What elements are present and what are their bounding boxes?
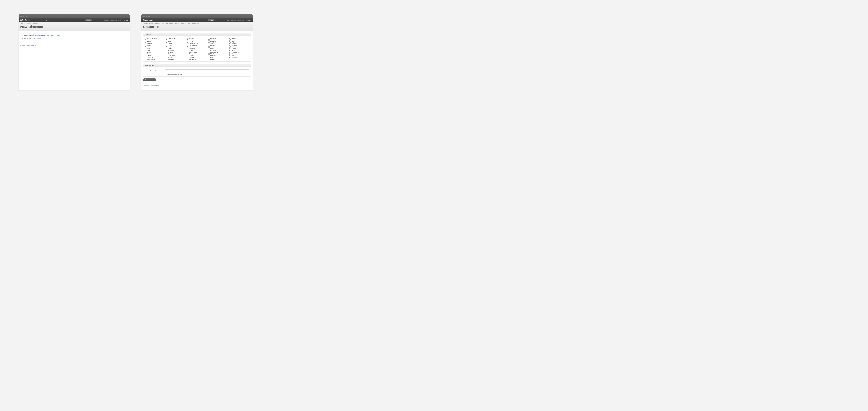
breadcrumb-item[interactable]: ADMIN [149, 23, 153, 24]
country-checkbox[interactable] [187, 59, 188, 60]
traffic-light-close[interactable] [20, 16, 22, 17]
country-checkbox[interactable] [166, 59, 167, 60]
breadcrumb-item[interactable]: OFFERS [32, 23, 37, 24]
country-checkbox[interactable] [145, 52, 146, 53]
country-checkbox[interactable] [187, 41, 188, 42]
nav-item-companies[interactable]: Companies [76, 19, 84, 21]
breadcrumb-item[interactable]: CODE FREE SHIPPING 4F855831 3429 45EB B3… [161, 23, 198, 24]
country-checkbox[interactable] [166, 50, 167, 51]
country-option[interactable]: Netherlands [187, 45, 207, 46]
country-checkbox[interactable] [187, 43, 188, 44]
country-option[interactable]: Colombia [187, 48, 207, 50]
country-option[interactable]: Bulgaria [187, 55, 207, 56]
country-checkbox[interactable] [187, 50, 188, 51]
country-option[interactable]: New Zealand [166, 39, 186, 41]
country-option[interactable]: United Kingdom [145, 37, 164, 39]
country-checkbox[interactable] [208, 50, 210, 51]
country-option[interactable]: Latvia [208, 58, 228, 60]
country-checkbox[interactable] [229, 47, 231, 48]
country-option[interactable]: Greece [229, 48, 249, 50]
country-checkbox[interactable] [208, 52, 210, 53]
country-checkbox[interactable] [208, 53, 210, 55]
country-option[interactable]: Philippines [229, 57, 249, 58]
country-checkbox[interactable] [229, 52, 231, 53]
country-checkbox[interactable] [166, 53, 167, 55]
country-checkbox[interactable] [166, 39, 167, 41]
country-checkbox[interactable] [166, 38, 167, 39]
country-option[interactable]: Chile [145, 48, 164, 50]
country-checkbox[interactable] [187, 47, 188, 48]
redemption-type-input[interactable] [165, 69, 249, 72]
country-checkbox[interactable] [229, 53, 231, 55]
country-checkbox[interactable] [145, 53, 146, 55]
country-option[interactable]: Slovenia [145, 43, 164, 44]
country-checkbox[interactable] [166, 48, 167, 50]
country-option[interactable]: Japan [145, 45, 164, 46]
country-checkbox[interactable] [229, 45, 231, 46]
country-checkbox[interactable] [208, 41, 210, 42]
country-checkbox[interactable] [145, 59, 146, 60]
country-option[interactable]: Croatia [166, 43, 186, 44]
country-option[interactable]: Ireland [229, 37, 249, 39]
country-option[interactable]: Indonesia [166, 50, 186, 51]
country-option[interactable]: Algeria [145, 55, 164, 56]
traffic-light-min[interactable] [146, 16, 147, 17]
traffic-light-max[interactable] [26, 16, 27, 17]
channel-link-instore[interactable]: Instore [37, 34, 42, 36]
country-option[interactable]: Norway [145, 46, 164, 48]
country-checkbox[interactable] [208, 47, 210, 48]
channel-link-online[interactable]: Online [37, 38, 41, 39]
country-option[interactable]: Singapore [166, 51, 186, 53]
country-checkbox[interactable] [187, 45, 188, 46]
country-checkbox[interactable] [187, 53, 188, 55]
active-admin-link[interactable]: Active Admin [27, 45, 34, 46]
country-checkbox[interactable] [187, 39, 188, 41]
country-checkbox[interactable] [229, 48, 231, 50]
country-checkbox[interactable] [145, 50, 146, 51]
country-checkbox[interactable] [208, 48, 210, 50]
country-checkbox[interactable] [166, 41, 167, 42]
country-checkbox[interactable] [145, 48, 146, 50]
country-option[interactable]: Iran [229, 55, 249, 56]
nav-item-comments[interactable]: Comments [191, 19, 197, 21]
country-option[interactable]: South Africa [187, 51, 207, 53]
country-option[interactable]: Malaysia [208, 50, 228, 51]
country-option[interactable]: Taiwan [145, 53, 164, 55]
country-checkbox[interactable] [166, 57, 167, 58]
country-option[interactable]: Australia [187, 37, 207, 39]
channel-link-online-instore[interactable]: Online & Instore [43, 34, 55, 36]
nav-item-dashboard[interactable]: Dashboard [156, 19, 162, 21]
country-checkbox[interactable] [166, 52, 167, 53]
logout-link[interactable]: Logout [247, 20, 251, 21]
nav-item-awin-imports[interactable]: Awin Imports [41, 19, 49, 21]
nav-item-venues[interactable]: Venues [94, 19, 98, 21]
country-option[interactable]: Bangladesh [166, 55, 186, 56]
country-checkbox[interactable] [145, 45, 146, 46]
nav-item-dashboard[interactable]: Dashboard [33, 19, 39, 21]
nav-item-offers[interactable]: Offers [85, 19, 92, 21]
country-option[interactable]: Peru [208, 57, 228, 58]
country-checkbox[interactable] [229, 57, 231, 58]
country-option[interactable]: Mexico [229, 50, 249, 51]
country-option[interactable]: Brazil [229, 46, 249, 48]
country-option[interactable]: Hungary [208, 41, 228, 42]
country-checkbox[interactable] [166, 45, 167, 46]
country-option[interactable]: Saudi Arabia [145, 58, 164, 60]
country-checkbox[interactable] [187, 57, 188, 58]
country-option[interactable]: Turkey [187, 53, 207, 55]
country-option[interactable]: Spain [208, 43, 228, 44]
breadcrumb-item[interactable]: ADMIN [27, 23, 31, 24]
nav-item-categories[interactable]: Categories [51, 19, 58, 21]
country-checkbox[interactable] [229, 41, 231, 42]
country-option[interactable]: Kazakhstan [145, 57, 164, 58]
country-option[interactable]: Canada [208, 39, 228, 41]
country-option[interactable]: Thailand [166, 53, 186, 55]
traffic-light-max[interactable] [148, 16, 150, 17]
country-checkbox[interactable] [187, 52, 188, 53]
country-checkbox[interactable] [208, 59, 210, 60]
country-option[interactable]: Portugal [208, 45, 228, 46]
country-option[interactable]: Israel [187, 50, 207, 51]
country-checkbox[interactable] [208, 57, 210, 58]
country-option[interactable]: Russia [187, 41, 207, 42]
country-option[interactable]: Czech Republic [187, 43, 207, 44]
